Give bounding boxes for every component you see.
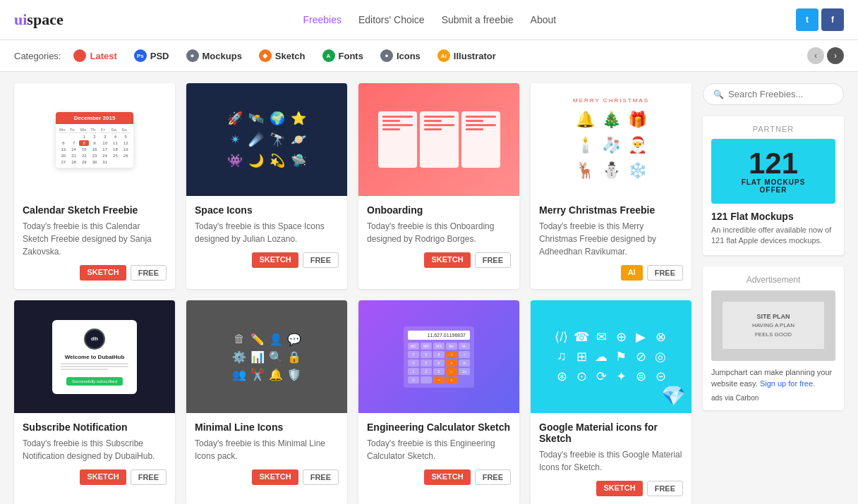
card-material[interactable]: ⟨/⟩ ☎ ✉ ⊕ ▶ ⊗ ♫ ⊞ ☁ ⚑ ⊘ ◎ ⊛ ⊙ ⟳ bbox=[531, 300, 691, 504]
cat-mockups-label: Mockups bbox=[203, 51, 242, 61]
tag-sketch[interactable]: SKETCH bbox=[252, 469, 298, 485]
calc-btn-pct: % bbox=[459, 359, 470, 367]
space-icon-5: ✴ bbox=[227, 132, 243, 147]
tag-free[interactable]: FREE bbox=[475, 469, 511, 485]
calc-btn-7: 7 bbox=[408, 351, 419, 358]
search-box[interactable]: 🔍 bbox=[703, 83, 844, 105]
ad-box: Advertisement SITE PLANHAVING A PLANFEEL… bbox=[703, 266, 844, 410]
xmas-icon-deer: 🦌 bbox=[576, 161, 595, 180]
category-nav-arrows: ‹ › bbox=[807, 47, 844, 64]
space-icon-10: 🌙 bbox=[248, 153, 264, 168]
min-icon-3: 👤 bbox=[269, 333, 283, 346]
cat-psd[interactable]: Ps PSD bbox=[130, 47, 174, 64]
mat-icon-1: ⟨/⟩ bbox=[554, 329, 569, 345]
tag-sketch[interactable]: SKETCH bbox=[80, 265, 126, 281]
calc-btn-mc: MC bbox=[408, 343, 419, 350]
cat-mockups[interactable]: ● Mockups bbox=[182, 47, 246, 64]
min-icon-5: ⚙️ bbox=[232, 350, 246, 364]
twitter-button[interactable]: t bbox=[796, 8, 818, 31]
tag-sketch[interactable]: SKETCH bbox=[596, 481, 642, 496]
calc-btn-8: 8 bbox=[421, 351, 432, 358]
card-onboarding-title: Onboarding bbox=[367, 204, 511, 216]
card-space[interactable]: 🚀 🛰️ 🌍 ⭐ ✴ ☄️ 🔭 🪐 👾 🌙 💫 🛸 bbox=[186, 83, 347, 289]
logo[interactable]: uispace bbox=[14, 11, 64, 29]
calc-btn-minus: − bbox=[446, 368, 457, 375]
card-onboarding[interactable]: Onboarding Today's freebie is this Onboa… bbox=[358, 83, 519, 289]
min-icon-10: ✂️ bbox=[250, 368, 265, 381]
facebook-button[interactable]: f bbox=[821, 8, 844, 31]
search-input[interactable] bbox=[728, 89, 833, 99]
advertisement-label: Advertisement bbox=[711, 275, 835, 285]
mat-icon-17: ⊜ bbox=[633, 369, 648, 384]
mat-icon-2: ☎ bbox=[574, 329, 589, 345]
tag-free[interactable]: FREE bbox=[131, 265, 167, 281]
tag-free[interactable]: FREE bbox=[647, 265, 683, 281]
min-icon-9: 👥 bbox=[232, 368, 246, 381]
tag-sketch[interactable]: SKETCH bbox=[80, 469, 126, 485]
nav-submit[interactable]: Submit a freebie bbox=[442, 14, 514, 25]
tag-free[interactable]: FREE bbox=[303, 252, 339, 268]
calc-btn-mr: MR bbox=[421, 343, 432, 350]
card-space-desc: Today's freebie is this Space Icons desi… bbox=[195, 220, 339, 245]
card-subscribe[interactable]: dh Welcome to DubaiHub Successfully subs… bbox=[14, 300, 175, 504]
mat-icon-9: ☁ bbox=[593, 349, 609, 364]
card-engineering[interactable]: 11,627.01196837 MC MR MS M+ M- 7 8 9 ÷ √ bbox=[358, 300, 519, 504]
mat-icon-15: ⟳ bbox=[593, 369, 609, 384]
card-subscribe-tags: SKETCH FREE bbox=[23, 469, 167, 485]
ad-link[interactable]: Sign up for free. bbox=[760, 379, 815, 388]
tag-free[interactable]: FREE bbox=[131, 469, 167, 485]
next-arrow[interactable]: › bbox=[827, 47, 844, 64]
card-material-title: Google Material icons for Sketch bbox=[539, 422, 683, 444]
nav-freebies[interactable]: Freebies bbox=[303, 14, 341, 25]
card-material-body: Google Material icons for Sketch Today's… bbox=[531, 413, 691, 504]
card-minimal[interactable]: 🗑 ✏️ 👤 💬 ⚙️ 📊 🔍 🔒 👥 ✂️ 🔔 🛡️ bbox=[186, 300, 347, 504]
tag-free[interactable]: FREE bbox=[303, 469, 339, 485]
cat-icons-label: Icons bbox=[397, 51, 421, 61]
tag-ai[interactable]: AI bbox=[621, 265, 643, 281]
tag-sketch[interactable]: SKETCH bbox=[252, 252, 298, 268]
mat-icon-5: ▶ bbox=[633, 329, 648, 345]
space-icon-12: 🛸 bbox=[291, 153, 306, 168]
cat-sketch-badge: ◆ bbox=[259, 49, 272, 62]
space-icon-8: 🪐 bbox=[291, 132, 306, 147]
advertisement-desc: Jumpchart can make planning your website… bbox=[711, 367, 835, 390]
nav-about[interactable]: About bbox=[531, 14, 557, 25]
min-icon-1: 🗑 bbox=[232, 333, 246, 346]
cat-sketch-label: Sketch bbox=[275, 51, 306, 61]
tag-free[interactable]: FREE bbox=[475, 252, 511, 268]
xmas-icon-snowman: ❄️ bbox=[628, 161, 647, 180]
card-subscribe-body: Subscribe Notification Today's freebie i… bbox=[14, 413, 175, 493]
advertisement-image[interactable]: SITE PLANHAVING A PLANFEELS GOOD bbox=[711, 290, 835, 361]
card-onboarding-image bbox=[358, 83, 519, 196]
cat-illustrator[interactable]: Ai Illustrator bbox=[433, 47, 500, 64]
cat-ai-badge: Ai bbox=[437, 49, 450, 62]
tag-sketch[interactable]: SKETCH bbox=[424, 252, 470, 268]
xmas-icon-bell: 🔔 bbox=[576, 111, 595, 129]
card-subscribe-image: dh Welcome to DubaiHub Successfully subs… bbox=[14, 300, 175, 413]
space-icon-6: ☄️ bbox=[248, 132, 264, 147]
cat-latest-badge bbox=[73, 49, 86, 62]
cat-fonts[interactable]: A Fonts bbox=[318, 47, 368, 64]
mat-icon-8: ⊞ bbox=[574, 349, 589, 364]
nav-editors-choice[interactable]: Editors' Choice bbox=[358, 14, 425, 25]
cat-sketch[interactable]: ◆ Sketch bbox=[255, 47, 310, 64]
carbon-label: Carbon bbox=[735, 394, 759, 402]
calc-btn-plus: + bbox=[446, 376, 457, 383]
prev-arrow[interactable]: ‹ bbox=[807, 47, 824, 64]
xmas-icon-candle: 🕯️ bbox=[576, 136, 595, 154]
mat-icon-18: ⊝ bbox=[653, 369, 668, 384]
calc-btn-3: 3 bbox=[433, 368, 445, 375]
card-calendar[interactable]: December 2015 MoTuWeThFrSaSu 12345 67891… bbox=[14, 83, 175, 289]
space-icon-2: 🛰️ bbox=[248, 111, 264, 126]
cat-latest[interactable]: Latest bbox=[69, 47, 121, 64]
cat-icons[interactable]: ● Icons bbox=[376, 47, 425, 64]
tag-sketch[interactable]: SKETCH bbox=[424, 469, 470, 485]
card-christmas[interactable]: MERRY CHRISTMAS 🔔 🎄 🎁 🕯️ 🧦 🎅 🦌 ⛄ ❄️ bbox=[531, 83, 691, 289]
card-calendar-image: December 2015 MoTuWeThFrSaSu 12345 67891… bbox=[14, 83, 175, 196]
cat-psd-label: PSD bbox=[150, 51, 169, 61]
xmas-icon-bell2: ⛄ bbox=[602, 161, 621, 180]
mat-icon-13: ⊛ bbox=[554, 369, 569, 384]
tag-free[interactable]: FREE bbox=[647, 481, 683, 496]
partner-banner[interactable]: 121 FLAT MOCKUPS OFFER bbox=[711, 139, 835, 204]
card-subscribe-desc: Today's freebie is this Subscribe Notifi… bbox=[23, 437, 167, 462]
